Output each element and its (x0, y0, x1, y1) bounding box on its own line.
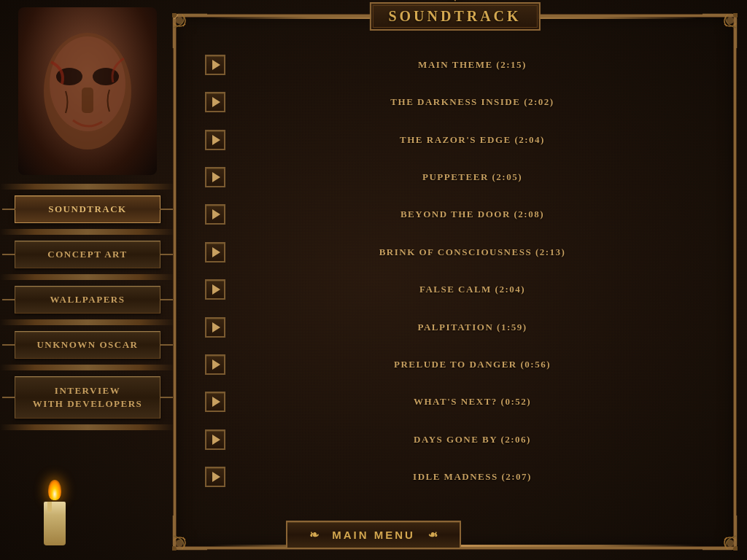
play-icon (212, 209, 220, 219)
track-name-12: IDLE MADNESS (2:07) (240, 471, 705, 483)
svg-rect-4 (82, 88, 93, 113)
nav-divider (0, 424, 175, 430)
track-name-3: THE RAZOR'S EDGE (2:04) (240, 134, 705, 146)
sidebar-item-soundtrack[interactable]: SOUNDTRACK (15, 195, 160, 223)
track-name-6: BRINK OF CONSCIOUSNESS (2:13) (240, 246, 705, 258)
track-name-11: DAYS GONE BY (2:06) (240, 434, 705, 446)
track-item[interactable]: PUPPETEER (2:05) (198, 165, 712, 190)
corner-ornament-bl (172, 514, 209, 551)
play-icon (212, 359, 220, 370)
track-name-1: MAIN THEME (2:15) (240, 59, 705, 71)
play-button-1[interactable] (205, 55, 225, 75)
play-icon (212, 247, 220, 257)
play-button-2[interactable] (205, 92, 225, 112)
play-button-10[interactable] (205, 392, 225, 412)
track-name-9: PRELUDE TO DANGER (0:56) (240, 359, 705, 370)
page-title: SOUNDTRACK (388, 8, 521, 24)
play-button-7[interactable] (205, 279, 225, 300)
play-button-9[interactable] (205, 354, 225, 375)
track-list: MAIN THEME (2:15) THE DARKNESS INSIDE (2… (198, 39, 712, 503)
sidebar-item-unknown-oscar[interactable]: UNKNOWN OSCAR (15, 331, 160, 359)
title-line-right (541, 15, 635, 18)
corner-ornament-tr (701, 13, 738, 50)
nav-divider (0, 229, 175, 235)
play-icon (212, 97, 220, 107)
play-button-8[interactable] (205, 317, 225, 338)
track-item[interactable]: PRELUDE TO DANGER (0:56) (198, 352, 712, 377)
track-item[interactable]: BEYOND THE DOOR (2:08) (198, 202, 712, 227)
candle (44, 480, 66, 545)
main-menu-button[interactable]: MAIN MENU (286, 521, 461, 549)
svg-point-1 (50, 36, 125, 131)
track-item[interactable]: PALPITATION (1:59) (198, 315, 712, 340)
main-frame: ⚙ SOUNDTRACK MAIN THEME (2:15) THE DARKN… (174, 15, 736, 549)
frame-border: ⚙ SOUNDTRACK MAIN THEME (2:15) THE DARKN… (174, 15, 736, 549)
mask-artwork (18, 7, 157, 175)
track-item[interactable]: BRINK OF CONSCIOUSNESS (2:13) (198, 240, 712, 265)
corner-ornament-tl (172, 13, 209, 50)
sidebar: SOUNDTRACK CONCEPT ART WALLPAPERS UNKNOW… (0, 0, 175, 560)
title-box: SOUNDTRACK (369, 2, 540, 31)
track-item[interactable]: THE RAZOR'S EDGE (2:04) (198, 128, 712, 152)
play-icon (212, 135, 220, 145)
play-icon (212, 322, 220, 332)
candle-body (44, 502, 66, 545)
track-item[interactable]: FALSE CALM (2:04) (198, 277, 712, 302)
sidebar-item-concept-art[interactable]: CONCEPT ART (15, 241, 160, 268)
play-icon (212, 172, 220, 182)
track-name-10: WHAT'S NEXT? (0:52) (240, 396, 705, 408)
track-name-4: PUPPETEER (2:05) (240, 171, 705, 183)
track-item[interactable]: THE DARKNESS INSIDE (2:02) (198, 90, 712, 114)
title-bar: ⚙ SOUNDTRACK (274, 2, 635, 31)
candle-flame (48, 480, 61, 500)
play-icon (212, 284, 220, 295)
track-name-2: THE DARKNESS INSIDE (2:02) (240, 96, 705, 108)
bottom-bar: MAIN MENU (286, 521, 461, 549)
svg-point-12 (733, 546, 738, 551)
sidebar-item-wallpapers[interactable]: WALLPAPERS (15, 286, 160, 314)
candle-drip (47, 502, 52, 512)
track-item[interactable]: WHAT'S NEXT? (0:52) (198, 389, 712, 414)
svg-point-8 (733, 13, 738, 18)
corner-ornament-br (701, 514, 738, 551)
track-item[interactable]: IDLE MADNESS (2:07) (198, 464, 712, 489)
play-button-12[interactable] (205, 467, 225, 487)
play-button-5[interactable] (205, 204, 225, 225)
svg-point-10 (172, 546, 177, 551)
track-item[interactable]: MAIN THEME (2:15) (198, 52, 712, 77)
track-name-7: FALSE CALM (2:04) (240, 284, 705, 295)
play-icon (212, 397, 220, 407)
nav-divider (0, 184, 175, 190)
sidebar-item-interview[interactable]: INTERVIEWWITH DEVELOPERS (15, 376, 160, 419)
play-icon (212, 435, 220, 445)
track-name-8: PALPITATION (1:59) (240, 322, 705, 333)
track-name-5: BEYOND THE DOOR (2:08) (240, 209, 705, 220)
nav-divider (0, 274, 175, 280)
play-button-11[interactable] (205, 429, 225, 450)
play-button-4[interactable] (205, 167, 225, 187)
nav-buttons: SOUNDTRACK CONCEPT ART WALLPAPERS UNKNOW… (11, 182, 164, 432)
title-line-left (274, 15, 369, 18)
play-icon (212, 472, 220, 482)
nav-divider (0, 365, 175, 370)
play-icon (212, 60, 220, 70)
svg-point-3 (93, 68, 119, 85)
track-item[interactable]: DAYS GONE BY (2:06) (198, 427, 712, 452)
play-button-6[interactable] (205, 242, 225, 262)
play-button-3[interactable] (205, 130, 225, 150)
svg-point-6 (172, 13, 177, 18)
nav-divider (0, 319, 175, 325)
